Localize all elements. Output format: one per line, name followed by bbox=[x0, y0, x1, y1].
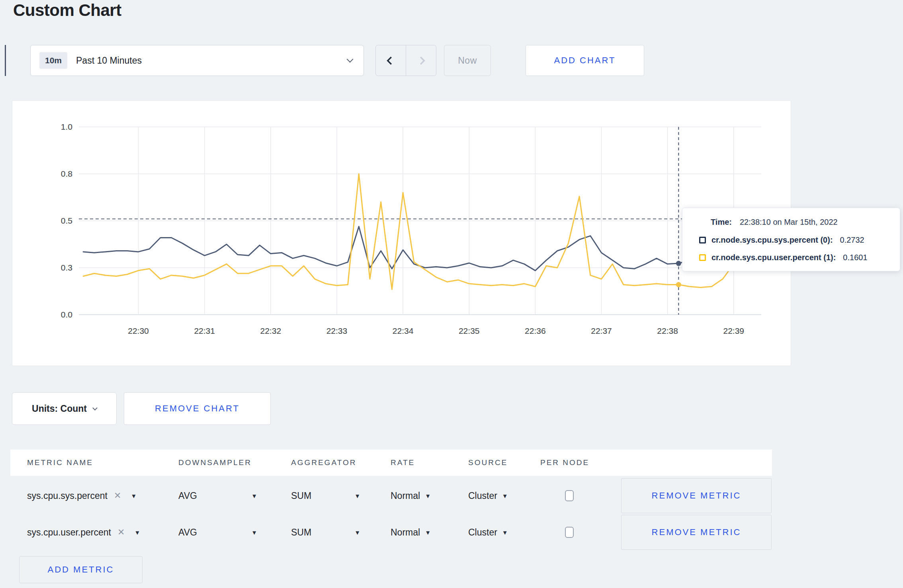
chevron-right-icon bbox=[417, 56, 425, 64]
rate-select[interactable]: Normal ▼ bbox=[391, 491, 468, 501]
downsampler-select[interactable]: AVG ▼ bbox=[178, 491, 291, 501]
caret-down-icon[interactable]: ▼ bbox=[134, 529, 140, 536]
chevron-down-icon bbox=[92, 405, 98, 411]
chevron-left-icon bbox=[387, 56, 395, 64]
tooltip-series-sys-value: 0.2732 bbox=[840, 236, 864, 245]
per-node-checkbox[interactable] bbox=[565, 490, 574, 501]
metric-name-value: sys.cpu.user.percent bbox=[27, 527, 111, 538]
svg-text:0.8: 0.8 bbox=[61, 169, 72, 178]
metric-name-value: sys.cpu.sys.percent bbox=[27, 491, 108, 501]
source-value: Cluster bbox=[468, 527, 497, 538]
page-title: Custom Chart bbox=[13, 1, 121, 20]
close-icon[interactable]: ✕ bbox=[117, 527, 125, 537]
downsampler-value: AVG bbox=[178, 491, 197, 501]
svg-text:22:35: 22:35 bbox=[459, 326, 480, 335]
svg-text:1.0: 1.0 bbox=[61, 122, 72, 131]
metric-name-select[interactable]: sys.cpu.user.percent ✕ ▼ bbox=[27, 527, 178, 538]
time-range-badge: 10m bbox=[39, 52, 67, 69]
source-value: Cluster bbox=[468, 491, 497, 501]
column-header-rate: RATE bbox=[391, 458, 468, 467]
downsampler-select[interactable]: AVG ▼ bbox=[178, 527, 291, 538]
add-chart-button[interactable]: ADD CHART bbox=[526, 45, 644, 76]
now-button[interactable]: Now bbox=[444, 45, 491, 76]
column-header-aggregator: AGGREGATOR bbox=[291, 458, 391, 467]
caret-down-icon: ▼ bbox=[251, 493, 257, 499]
source-select[interactable]: Cluster ▼ bbox=[468, 491, 540, 501]
rate-value: Normal bbox=[391, 527, 420, 538]
per-node-checkbox[interactable] bbox=[565, 527, 574, 538]
units-dropdown[interactable]: Units: Count bbox=[12, 392, 117, 425]
caret-down-icon: ▼ bbox=[354, 529, 360, 536]
units-label: Units: Count bbox=[32, 403, 87, 414]
column-header-source: SOURCE bbox=[468, 458, 540, 467]
custom-chart-card: 0.00.30.50.81.022:3022:3122:3222:3322:34… bbox=[12, 100, 791, 366]
rate-value: Normal bbox=[391, 491, 420, 501]
metrics-table-header: METRIC NAME DOWNSAMPLER AGGREGATOR RATE … bbox=[10, 450, 772, 476]
svg-text:22:36: 22:36 bbox=[525, 326, 546, 335]
source-select[interactable]: Cluster ▼ bbox=[468, 527, 540, 538]
tooltip-series-sys-label: cr.node.sys.cpu.sys.percent (0): bbox=[711, 236, 833, 245]
tooltip-time-label: Time: bbox=[711, 218, 732, 227]
remove-metric-button[interactable]: REMOVE METRIC bbox=[621, 515, 772, 550]
caret-down-icon: ▼ bbox=[425, 529, 431, 536]
aggregator-select[interactable]: SUM ▼ bbox=[291, 527, 391, 538]
svg-text:22:39: 22:39 bbox=[723, 326, 744, 335]
caret-down-icon: ▼ bbox=[502, 529, 508, 536]
remove-chart-button[interactable]: REMOVE CHART bbox=[124, 392, 271, 425]
svg-text:22:34: 22:34 bbox=[393, 326, 414, 335]
close-icon[interactable]: ✕ bbox=[114, 491, 121, 501]
aggregator-select[interactable]: SUM ▼ bbox=[291, 491, 391, 501]
series-sys-swatch-icon bbox=[699, 237, 706, 243]
time-range-label: Past 10 Minutes bbox=[76, 55, 142, 66]
caret-down-icon: ▼ bbox=[251, 529, 257, 536]
caret-down-icon: ▼ bbox=[354, 493, 360, 499]
caret-down-icon: ▼ bbox=[425, 493, 431, 499]
svg-text:0.3: 0.3 bbox=[61, 263, 72, 272]
add-metric-button[interactable]: ADD METRIC bbox=[19, 556, 143, 583]
column-header-per-node: PER NODE bbox=[540, 458, 621, 467]
tooltip-series-user-value: 0.1601 bbox=[843, 253, 867, 262]
time-nav-group bbox=[375, 45, 436, 76]
svg-text:22:33: 22:33 bbox=[326, 326, 348, 335]
column-header-downsampler: DOWNSAMPLER bbox=[178, 458, 291, 467]
toolbar-left-accent bbox=[5, 45, 6, 76]
svg-text:0.5: 0.5 bbox=[61, 216, 72, 225]
aggregator-value: SUM bbox=[291, 491, 311, 501]
column-header-metric-name: METRIC NAME bbox=[27, 458, 178, 467]
time-range-dropdown[interactable]: 10m Past 10 Minutes bbox=[30, 45, 364, 76]
svg-text:22:30: 22:30 bbox=[128, 326, 149, 335]
series-user-swatch-icon bbox=[699, 254, 706, 261]
caret-down-icon: ▼ bbox=[502, 493, 508, 499]
aggregator-value: SUM bbox=[291, 527, 311, 538]
svg-text:22:38: 22:38 bbox=[657, 326, 678, 335]
tooltip-series-user-label: cr.node.sys.cpu.user.percent (1): bbox=[711, 253, 836, 262]
chart-hover-tooltip: Time: 22:38:10 on Mar 15th, 2022 cr.node… bbox=[682, 208, 900, 271]
rate-select[interactable]: Normal ▼ bbox=[391, 527, 468, 538]
time-next-button[interactable] bbox=[406, 45, 436, 76]
metric-name-select[interactable]: sys.cpu.sys.percent ✕ ▼ bbox=[27, 491, 178, 501]
chevron-down-icon bbox=[347, 56, 354, 63]
tooltip-time-value: 22:38:10 on Mar 15th, 2022 bbox=[740, 218, 838, 227]
metric-row: sys.cpu.sys.percent ✕ ▼ AVG ▼ SUM ▼ Norm… bbox=[10, 477, 772, 514]
time-prev-button[interactable] bbox=[376, 45, 406, 76]
metrics-line-chart[interactable]: 0.00.30.50.81.022:3022:3122:3222:3322:34… bbox=[12, 101, 792, 366]
svg-text:22:37: 22:37 bbox=[591, 326, 612, 335]
remove-metric-button[interactable]: REMOVE METRIC bbox=[621, 478, 772, 513]
svg-text:22:32: 22:32 bbox=[260, 326, 281, 335]
metric-row: sys.cpu.user.percent ✕ ▼ AVG ▼ SUM ▼ Nor… bbox=[10, 514, 772, 551]
downsampler-value: AVG bbox=[178, 527, 197, 538]
caret-down-icon[interactable]: ▼ bbox=[131, 493, 137, 499]
svg-text:22:31: 22:31 bbox=[194, 326, 215, 335]
svg-text:0.0: 0.0 bbox=[61, 310, 72, 319]
